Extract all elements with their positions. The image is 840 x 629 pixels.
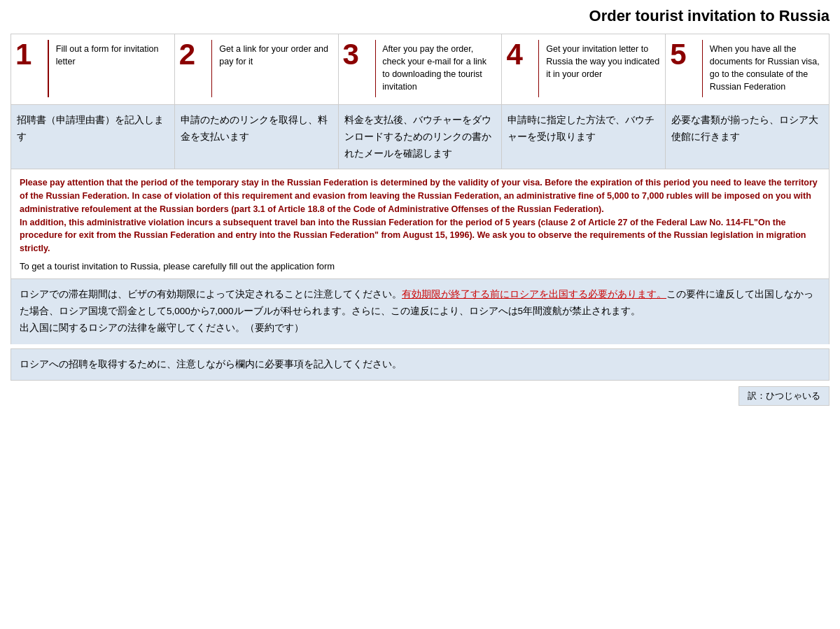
translation-3: 料金を支払後、バウチャーをダウンロードするためのリンクの書かれたメールを確認しま… (339, 105, 503, 169)
step-3-text: After you pay the order, check your e-ma… (382, 40, 496, 94)
step-4: 4 Get your invitation letter to Russia t… (502, 34, 666, 104)
step-2-divider (211, 40, 213, 97)
step-1-number: 1 (15, 40, 43, 69)
steps-row: 1 Fill out a form for invitation letter … (10, 34, 830, 104)
step-3: 3 After you pay the order, check your e-… (339, 34, 503, 104)
page-title: Order tourist invitation to Russia (10, 7, 830, 25)
step-5-divider (702, 40, 703, 97)
step-4-text: Get your invitation letter to Russia the… (546, 40, 659, 80)
fill-form-english: To get a tourist invitation to Russia, p… (20, 261, 820, 271)
step-1: 1 Fill out a form for invitation letter (11, 34, 175, 104)
step-2: 2 Get a link for your order and pay for … (175, 34, 339, 104)
step-3-number: 3 (343, 40, 371, 69)
japanese-fill-section: ロシアへの招聘を取得するために、注意しながら欄内に必要事項を記入してください。 (10, 348, 830, 381)
warning-section: Please pay attention that the period of … (10, 169, 830, 278)
step-5-number: 5 (670, 40, 698, 69)
step-2-number: 2 (179, 40, 207, 69)
translation-4: 申請時に指定した方法で、バウチャーを受け取ります (502, 105, 666, 169)
translation-1: 招聘書（申請理由書）を記入します (11, 105, 175, 169)
japanese-warning-section: ロシアでの滞在期間は、ビザの有効期限によって決定されることに注意してください。有… (10, 278, 830, 344)
step-5: 5 When you have all the documents for Ru… (666, 34, 829, 104)
translation-5: 必要な書類が揃ったら、ロシア大使館に行きます (666, 105, 829, 169)
step-5-text: When you have all the documents for Russ… (710, 40, 823, 94)
step-1-text: Fill out a form for invitation letter (56, 40, 169, 68)
translations-row: 招聘書（申請理由書）を記入します 申請のためのリンクを取得し、料金を支払います … (10, 104, 830, 169)
step-3-divider (375, 40, 376, 97)
step-4-divider (538, 40, 539, 97)
japanese-fill-text: ロシアへの招聘を取得するために、注意しながら欄内に必要事項を記入してください。 (20, 356, 820, 373)
translation-2: 申請のためのリンクを取得し、料金を支払います (175, 105, 339, 169)
warning-english-text: Please pay attention that the period of … (20, 176, 820, 255)
japanese-warning-text: ロシアでの滞在期間は、ビザの有効期限によって決定されることに注意してください。有… (20, 286, 820, 337)
translator-credit: 訳：ひつじゃいる (10, 386, 830, 406)
step-2-text: Get a link for your order and pay for it (219, 40, 332, 68)
translator-badge: 訳：ひつじゃいる (738, 386, 830, 406)
step-4-number: 4 (506, 40, 534, 69)
step-1-divider (48, 40, 49, 97)
